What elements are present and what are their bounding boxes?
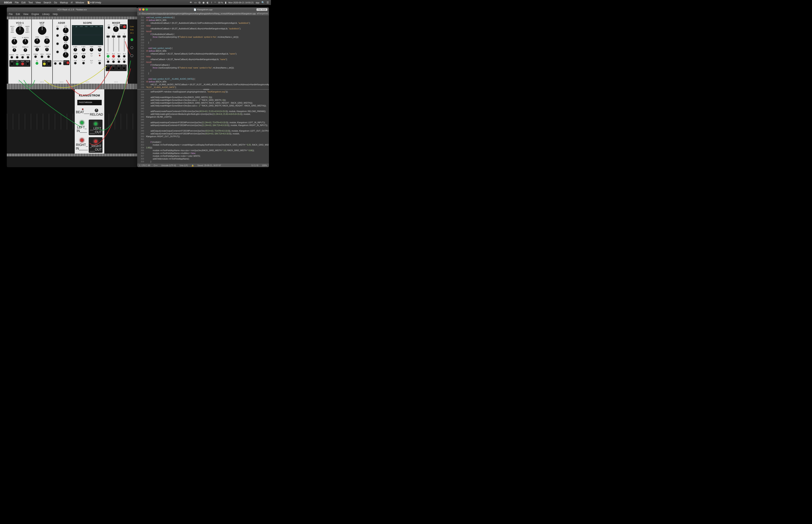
slider-2[interactable] (113, 35, 114, 51)
ch2-out-port[interactable] (112, 67, 115, 70)
free-mode-badge[interactable]: Free Mode (257, 9, 267, 11)
menu-file[interactable]: File (15, 1, 19, 4)
line-gutter-bottom[interactable]: 3343353363373383393403413423433443453463… (137, 90, 145, 164)
rel-cv-port[interactable] (56, 50, 59, 53)
cv3-port[interactable] (117, 60, 120, 63)
drive-cv-port[interactable] (47, 55, 50, 58)
voct-port[interactable] (11, 56, 13, 59)
slider-4[interactable] (124, 35, 125, 51)
zoom-icon[interactable] (15, 9, 17, 11)
bbedit-titlebar[interactable]: 📄 Klangstrom.cpp Free Mode (137, 7, 269, 12)
cursor-position[interactable]: L: 170 C: 88 (139, 164, 150, 166)
in-port[interactable] (35, 62, 38, 65)
xy2-button[interactable] (91, 62, 93, 64)
xin-port[interactable] (74, 62, 77, 65)
mix-out-port[interactable] (123, 26, 126, 28)
in3-port[interactable] (117, 55, 120, 58)
gate-port[interactable] (54, 62, 57, 65)
menu-go[interactable]: Go (54, 1, 57, 4)
right-in-port[interactable] (80, 138, 84, 142)
hpf-out-port[interactable] (48, 63, 50, 65)
fmcv-knob[interactable] (13, 48, 16, 52)
slider-3[interactable] (118, 35, 119, 51)
pwidth-knob[interactable] (22, 39, 28, 45)
eye-icon[interactable]: 👁 (190, 1, 192, 4)
cv1-port[interactable] (107, 60, 110, 63)
dec-knob[interactable] (63, 36, 68, 41)
freqcv-knob[interactable] (35, 48, 39, 51)
core-port-2[interactable] (130, 46, 133, 49)
klang-text-display[interactable]: PASSTHROUGH (77, 100, 102, 105)
yin-port[interactable] (82, 62, 85, 65)
pwmcv-knob[interactable] (23, 48, 27, 52)
fine-knob[interactable] (34, 38, 40, 44)
xy-button[interactable] (91, 55, 93, 57)
control-center-icon[interactable]: ☰ (267, 1, 269, 4)
zoom-level[interactable]: 100% (262, 164, 267, 166)
xscl-knob[interactable] (74, 48, 77, 51)
vcv-menu-edit[interactable]: Edit (16, 13, 20, 16)
vcv-menu-file[interactable]: File (9, 13, 13, 16)
adsr-out-port[interactable] (66, 61, 69, 64)
vcv-titlebar[interactable]: VCV Rack v1.1.6 - *foobar.vcv (7, 7, 137, 12)
in4-port[interactable] (123, 55, 126, 58)
module-core-audio[interactable]: Core Exis 44.1 (128, 19, 136, 84)
menu-view[interactable]: View (35, 1, 41, 4)
minimize-icon[interactable] (12, 9, 14, 11)
file-path[interactable]: ~/Documents/dennisppaul/projects/klangst… (141, 13, 256, 15)
code-pane-bottom[interactable]: setPanel(APP->window->loadSvg(asset::plu… (145, 90, 269, 164)
sin-out-port[interactable] (11, 63, 13, 65)
close-icon[interactable] (139, 9, 141, 11)
saw-out-port[interactable] (21, 63, 24, 65)
backup-icon[interactable]: ◐ (207, 1, 209, 4)
retrig-port[interactable] (59, 62, 62, 65)
reload-button[interactable] (95, 109, 98, 112)
time-knob[interactable] (90, 48, 93, 51)
menu-window[interactable]: Window (76, 1, 84, 4)
xpos-knob[interactable] (74, 55, 77, 59)
fine-knob[interactable] (12, 39, 17, 45)
dropbox-icon[interactable]: ⧉ (198, 1, 201, 4)
close-icon[interactable] (9, 9, 11, 11)
camera-icon[interactable]: ◉ (202, 1, 205, 4)
module-adsr[interactable]: ADSR CVATT DEC SUS REL GATE RETRIG OUT V… (53, 19, 70, 84)
language-popup[interactable]: C++ (154, 164, 157, 166)
module-vcf[interactable]: VCF FREQ FINE RES FREQ CV DRIVE FREQ RES… (32, 19, 52, 84)
sqr-out-port[interactable] (26, 63, 29, 65)
menu-search[interactable]: Search (44, 1, 51, 4)
pwm-port[interactable] (27, 56, 29, 59)
asterisk-icon[interactable]: ✳︎ (90, 1, 92, 4)
minimize-icon[interactable] (142, 9, 144, 11)
rel-knob[interactable] (63, 52, 68, 58)
vcv-menu-help[interactable]: Help (53, 13, 58, 16)
script-icon[interactable]: 📜 (87, 1, 90, 4)
att-knob[interactable] (63, 28, 68, 33)
ch1-out-port[interactable] (107, 67, 110, 70)
line-gutter-top[interactable]: 2012022032042052062072082092102112122132… (137, 15, 145, 89)
menu-text[interactable]: Text (28, 1, 33, 4)
zoom-icon[interactable] (146, 9, 148, 11)
menu-shebang[interactable]: #! (71, 1, 73, 4)
ch3-out-port[interactable] (117, 67, 120, 70)
spotlight-icon[interactable]: 🔍 (261, 1, 265, 4)
trig-knob[interactable] (98, 48, 101, 51)
ch4-out-port[interactable] (123, 67, 126, 70)
display-icon[interactable]: ▭ (194, 1, 196, 4)
vcv-rack-area[interactable]: VCO-1 FREQ ANLGDIGI HARDSOFT FINE P. WID… (7, 17, 137, 167)
menu-markup[interactable]: Markup (60, 1, 68, 4)
bbedit-pathbar[interactable]: ☰ ~/Documents/dennisppaul/projects/klang… (137, 12, 269, 15)
slider-1[interactable] (108, 35, 109, 51)
ext-port[interactable] (98, 62, 101, 65)
in2-port[interactable] (112, 55, 115, 58)
wifi-icon[interactable]: ⌔ (214, 1, 216, 4)
username[interactable]: dpp (256, 1, 259, 4)
sus-cv-port[interactable] (56, 42, 59, 45)
code-editor[interactable]: 2012022032042052062072082092102112122132… (137, 15, 269, 164)
menu-help[interactable]: Help (96, 1, 101, 4)
freq-cv-port[interactable] (34, 55, 37, 58)
sidebar-toggle-icon[interactable]: ☰ (139, 13, 141, 15)
module-klangstrom[interactable]: KLANGSTROM PASSTHROUGH BEAT___ RELOAD LE… (75, 89, 104, 153)
vcv-menu-library[interactable]: Library (42, 13, 50, 16)
ypos-knob[interactable] (82, 55, 85, 59)
drive-knob[interactable] (45, 48, 49, 51)
